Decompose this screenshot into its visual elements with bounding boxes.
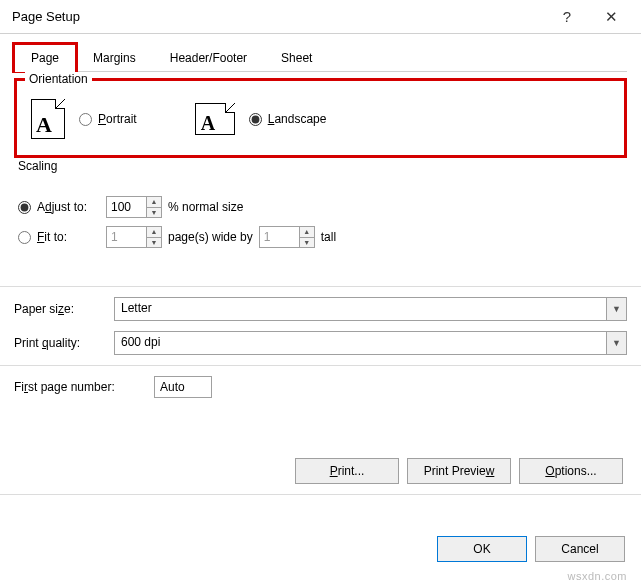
print-button[interactable]: Print... [295,458,399,484]
orientation-group: Orientation A Portrait A Landscape [14,78,627,158]
portrait-radio[interactable]: Portrait [79,112,137,126]
chevron-down-icon[interactable]: ▼ [606,332,626,354]
spinner-up-icon[interactable]: ▲ [147,227,161,238]
spinner-up-icon[interactable]: ▲ [300,227,314,238]
tabstrip: Page Margins Header/Footer Sheet [14,44,627,72]
fit-to-radio[interactable]: Fit to: [18,230,100,244]
spinner-up-icon[interactable]: ▲ [147,197,161,208]
print-preview-button[interactable]: Print Preview [407,458,511,484]
scaling-legend: Scaling [14,159,61,173]
print-quality-dropdown[interactable]: 600 dpi ▼ [114,331,627,355]
spinner-down-icon[interactable]: ▼ [147,208,161,218]
paper-size-label: Paper size: [14,302,104,316]
spinner-down-icon[interactable]: ▼ [147,238,161,248]
paper-size-dropdown[interactable]: Letter ▼ [114,297,627,321]
landscape-icon: A [195,103,235,135]
spinner-down-icon[interactable]: ▼ [300,238,314,248]
help-button[interactable]: ? [545,0,589,33]
portrait-icon: A [31,99,65,139]
cancel-button[interactable]: Cancel [535,536,625,562]
first-page-label: First page number: [14,380,144,394]
landscape-radio[interactable]: Landscape [249,112,327,126]
window-title: Page Setup [12,9,80,24]
options-button[interactable]: Options... [519,458,623,484]
fit-tall-label: tall [321,230,336,244]
print-quality-label: Print quality: [14,336,104,350]
tab-sheet[interactable]: Sheet [264,44,329,71]
adjust-spinner[interactable]: ▲▼ [106,196,162,218]
close-button[interactable]: ✕ [589,0,633,33]
fit-wide-spinner[interactable]: ▲▼ [106,226,162,248]
scaling-group: Scaling Adjust to: ▲▼ % normal size Fit … [14,168,627,276]
fit-tall-spinner[interactable]: ▲▼ [259,226,315,248]
adjust-to-radio[interactable]: Adjust to: [18,200,100,214]
ok-button[interactable]: OK [437,536,527,562]
tab-page[interactable]: Page [14,44,76,71]
orientation-legend: Orientation [25,72,92,86]
first-page-input[interactable] [154,376,212,398]
fit-mid-label: page(s) wide by [168,230,253,244]
chevron-down-icon[interactable]: ▼ [606,298,626,320]
adjust-suffix: % normal size [168,200,243,214]
tab-header-footer[interactable]: Header/Footer [153,44,264,71]
watermark: wsxdn.com [567,570,627,582]
tab-margins[interactable]: Margins [76,44,153,71]
